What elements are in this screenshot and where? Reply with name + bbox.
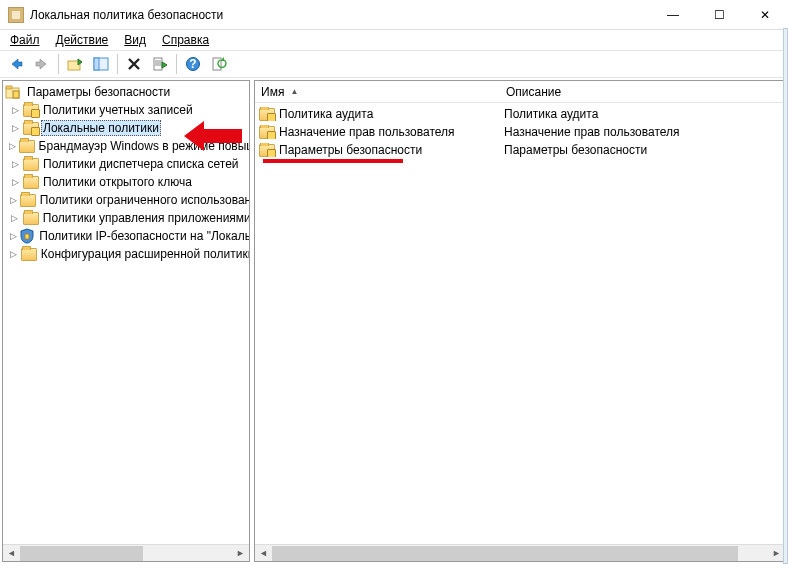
folder-icon [20, 194, 36, 207]
column-header-description[interactable]: Описание [500, 81, 785, 102]
tree-item[interactable]: ▷Конфигурация расширенной политики аудит… [3, 245, 249, 263]
forward-button[interactable] [30, 52, 54, 76]
scroll-right-button[interactable]: ► [232, 545, 249, 562]
tree-root[interactable]: Параметры безопасности [3, 83, 249, 101]
folder-lock-icon [259, 126, 275, 139]
tree-item[interactable]: ▷Брандмауэр Windows в режиме повышенной … [3, 137, 249, 155]
help-button[interactable]: ? [181, 52, 205, 76]
svg-rect-3 [154, 58, 162, 70]
list-row[interactable]: Параметры безопасностиПараметры безопасн… [255, 141, 785, 159]
cell-description-text: Параметры безопасности [504, 143, 647, 157]
scroll-left-button[interactable]: ◄ [3, 545, 20, 562]
tree-item[interactable]: ▷Политики открытого ключа [3, 173, 249, 191]
list-header: Имя ▲ Описание [255, 81, 785, 103]
cell-name-text: Параметры безопасности [279, 143, 422, 157]
expander-icon[interactable]: ▷ [9, 248, 19, 260]
x-icon [127, 57, 141, 71]
expander-icon[interactable]: ▷ [9, 176, 21, 188]
back-button[interactable] [4, 52, 28, 76]
folder-lock-icon [23, 104, 39, 117]
menu-help[interactable]: Справка [156, 31, 215, 49]
svg-rect-11 [6, 86, 12, 89]
list-row[interactable]: Политика аудитаПолитика аудита [255, 105, 785, 123]
cell-description: Назначение прав пользователя [500, 125, 785, 139]
tree-item-label: Локальные политики [41, 120, 161, 136]
expander-icon[interactable]: ▷ [9, 194, 18, 206]
content-area: Параметры безопасности ▷Политики учетных… [0, 78, 788, 564]
folder-lock-icon [259, 144, 275, 157]
close-button[interactable]: ✕ [742, 0, 788, 29]
expander-icon[interactable]: ▷ [9, 158, 21, 170]
refresh-icon [211, 56, 227, 72]
folder-lock-icon [259, 108, 275, 121]
title-bar: Локальная политика безопасности — ☐ ✕ [0, 0, 788, 30]
tree-root-label: Параметры безопасности [25, 85, 172, 99]
folder-icon [21, 248, 37, 261]
expander-icon[interactable]: ▷ [9, 230, 17, 242]
toolbar: ? [0, 50, 788, 78]
cell-description: Политика аудита [500, 107, 785, 121]
svg-rect-13 [25, 234, 29, 239]
folder-icon [23, 158, 39, 171]
window-title: Локальная политика безопасности [30, 8, 650, 22]
tree-item-label: Политики ограниченного использования про… [38, 193, 249, 207]
tree-item-label: Политики IP-безопасности на "Локальный к… [37, 229, 249, 243]
cell-name-text: Назначение прав пользователя [279, 125, 455, 139]
tree-pane: Параметры безопасности ▷Политики учетных… [2, 80, 250, 562]
scroll-track[interactable] [272, 545, 768, 562]
cell-name-text: Политика аудита [279, 107, 373, 121]
tree-item-label: Политики открытого ключа [41, 175, 194, 189]
tree-item[interactable]: ▷Политики учетных записей [3, 101, 249, 119]
scroll-thumb[interactable] [272, 546, 738, 561]
scroll-left-button[interactable]: ◄ [255, 545, 272, 562]
menu-file[interactable]: Файл [4, 31, 46, 49]
expander-icon[interactable]: ▷ [9, 140, 17, 152]
maximize-button[interactable]: ☐ [696, 0, 742, 29]
tree-item[interactable]: ▷Политики управления приложениями [3, 209, 249, 227]
scroll-thumb[interactable] [20, 546, 143, 561]
list-horizontal-scrollbar[interactable]: ◄ ► [255, 544, 785, 561]
expander-icon[interactable]: ▷ [9, 212, 21, 224]
tree-item[interactable]: ▷Локальные политики [3, 119, 249, 137]
scroll-track[interactable] [20, 545, 232, 562]
export-button[interactable] [148, 52, 172, 76]
menu-action[interactable]: Действие [50, 31, 115, 49]
sort-indicator-icon: ▲ [290, 87, 298, 96]
tree-item[interactable]: ▷Политики IP-безопасности на "Локальный … [3, 227, 249, 245]
tree-item-label: Политики учетных записей [41, 103, 195, 117]
svg-rect-12 [13, 91, 19, 98]
list-pane: Имя ▲ Описание Политика аудитаПолитика а… [254, 80, 786, 562]
folder-up-icon [67, 56, 83, 72]
panes-icon [93, 56, 109, 72]
tree-horizontal-scrollbar[interactable]: ◄ ► [3, 544, 249, 561]
cell-name: Политика аудита [255, 107, 500, 121]
toolbar-separator [176, 54, 177, 74]
toolbar-separator [58, 54, 59, 74]
svg-rect-2 [94, 58, 99, 70]
svg-text:?: ? [189, 57, 196, 71]
column-header-name[interactable]: Имя ▲ [255, 81, 500, 102]
tree-item-label: Конфигурация расширенной политики аудита [39, 247, 249, 261]
folder-lock-icon [23, 122, 39, 135]
tree-item-label: Политики управления приложениями [41, 211, 249, 225]
menu-view[interactable]: Вид [118, 31, 152, 49]
right-edge-decoration [783, 28, 788, 564]
navigation-tree[interactable]: Параметры безопасности ▷Политики учетных… [3, 81, 249, 544]
expander-icon[interactable]: ▷ [9, 104, 21, 116]
tree-item-label: Брандмауэр Windows в режиме повышенной б… [37, 139, 249, 153]
toolbar-separator [117, 54, 118, 74]
tree-item[interactable]: ▷Политики диспетчера списка сетей [3, 155, 249, 173]
cell-description-text: Назначение прав пользователя [504, 125, 680, 139]
arrow-right-icon [34, 56, 50, 72]
cell-description: Параметры безопасности [500, 143, 785, 157]
refresh-button[interactable] [207, 52, 231, 76]
list-row[interactable]: Назначение прав пользователяНазначение п… [255, 123, 785, 141]
tree-item[interactable]: ▷Политики ограниченного использования пр… [3, 191, 249, 209]
menu-bar: Файл Действие Вид Справка [0, 30, 788, 50]
expander-icon[interactable]: ▷ [9, 122, 21, 134]
show-hide-tree-button[interactable] [89, 52, 113, 76]
up-button[interactable] [63, 52, 87, 76]
delete-button[interactable] [122, 52, 146, 76]
folder-icon [23, 212, 39, 225]
minimize-button[interactable]: — [650, 0, 696, 29]
